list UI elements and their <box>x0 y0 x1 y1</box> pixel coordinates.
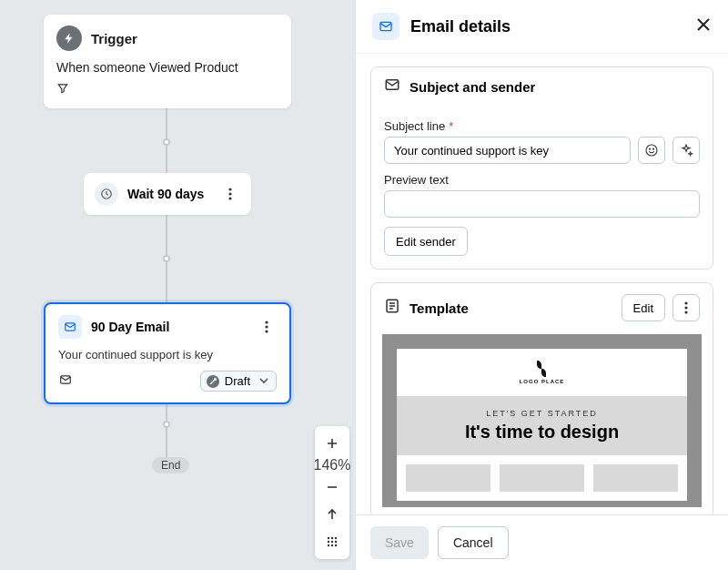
bolt-icon <box>56 25 82 51</box>
trigger-title: Trigger <box>91 31 137 46</box>
svg-point-15 <box>328 545 329 546</box>
svg-point-1 <box>228 188 231 190</box>
svg-point-7 <box>265 330 268 332</box>
email-node-more-button[interactable] <box>257 317 277 337</box>
trigger-card[interactable]: Trigger When someone Viewed Product <box>44 15 291 108</box>
mail-outline-icon <box>384 76 400 97</box>
zoom-in-button[interactable] <box>315 430 349 457</box>
svg-point-16 <box>331 545 333 546</box>
filter-icon[interactable] <box>56 82 278 97</box>
edit-sender-button[interactable]: Edit sender <box>384 227 468 256</box>
panel-footer: Save Cancel <box>356 514 728 570</box>
zoom-out-button[interactable] <box>315 473 349 501</box>
mail-icon <box>58 315 82 339</box>
template-icon <box>384 298 400 318</box>
reset-view-button[interactable] <box>315 501 349 528</box>
template-more-button[interactable] <box>672 294 700 321</box>
close-button[interactable] <box>695 16 712 36</box>
svg-point-20 <box>646 145 657 156</box>
section-title: Template <box>410 300 612 316</box>
grid-toggle-button[interactable] <box>315 528 349 555</box>
section-title: Subject and sender <box>410 79 700 95</box>
preview-text-label: Preview text <box>384 173 700 187</box>
template-preview[interactable]: LOGO PLACE LET'S GET STARTED It's time t… <box>382 334 702 507</box>
template-kicker: LET'S GET STARTED <box>406 409 678 418</box>
svg-point-10 <box>331 537 333 539</box>
wait-card[interactable]: Wait 90 days <box>84 173 251 215</box>
subject-sender-section: Subject and sender Subject line* Preview… <box>370 66 713 270</box>
wait-more-button[interactable] <box>220 184 240 204</box>
wait-label: Wait 90 days <box>127 187 211 201</box>
edit-template-button[interactable]: Edit <box>622 294 665 321</box>
canvas-controls: 146% <box>315 426 349 559</box>
emoji-picker-button[interactable] <box>638 137 665 164</box>
connector-dot <box>163 138 170 146</box>
template-col-placeholder <box>593 464 678 492</box>
svg-point-12 <box>328 541 329 543</box>
zoom-level: 146% <box>315 457 349 473</box>
svg-point-24 <box>684 301 687 304</box>
template-col-placeholder <box>406 464 490 492</box>
svg-point-21 <box>649 148 650 149</box>
connector-line <box>166 399 167 457</box>
svg-point-11 <box>335 537 337 539</box>
svg-point-22 <box>652 148 653 149</box>
svg-point-5 <box>265 321 268 323</box>
template-section: Template Edit LOGO PLACE LET'S GET STAR <box>370 282 713 514</box>
preview-text-input[interactable] <box>384 190 700 218</box>
template-col-placeholder <box>500 464 584 492</box>
trigger-description: When someone Viewed Product <box>56 60 278 75</box>
save-button[interactable]: Save <box>370 526 429 559</box>
connector-dot <box>163 255 170 262</box>
ai-suggest-button[interactable] <box>672 137 700 164</box>
end-node: End <box>152 457 189 473</box>
logo-placeholder: LOGO PLACE <box>520 361 565 384</box>
subject-line-input[interactable] <box>384 137 631 164</box>
svg-point-13 <box>331 541 333 543</box>
mail-outline-icon <box>58 373 73 390</box>
svg-point-2 <box>228 192 231 195</box>
svg-point-25 <box>684 306 687 309</box>
svg-point-9 <box>328 537 329 539</box>
draft-status-icon <box>207 375 219 388</box>
flow-canvas[interactable]: Trigger When someone Viewed Product Wait… <box>0 0 355 570</box>
subject-line-label: Subject line* <box>384 119 700 133</box>
email-details-panel: Email details Subject and sender Subject… <box>355 0 728 570</box>
svg-point-26 <box>684 310 687 313</box>
email-node-card[interactable]: 90 Day Email Your continued support is k… <box>44 302 291 404</box>
email-node-subject: Your continued support is key <box>58 348 277 361</box>
status-label: Draft <box>225 374 250 388</box>
chevron-down-icon <box>259 374 268 388</box>
panel-title: Email details <box>410 17 684 36</box>
cancel-button[interactable]: Cancel <box>438 526 509 559</box>
email-node-title: 90 Day Email <box>91 320 248 334</box>
status-dropdown[interactable]: Draft <box>200 371 277 392</box>
svg-point-6 <box>265 325 268 328</box>
connector-dot <box>163 421 170 428</box>
clock-icon <box>95 182 118 206</box>
svg-point-17 <box>335 545 337 546</box>
mail-icon <box>372 13 399 40</box>
svg-point-14 <box>335 541 337 543</box>
svg-point-3 <box>228 197 231 199</box>
template-headline: It's time to design <box>406 422 678 443</box>
